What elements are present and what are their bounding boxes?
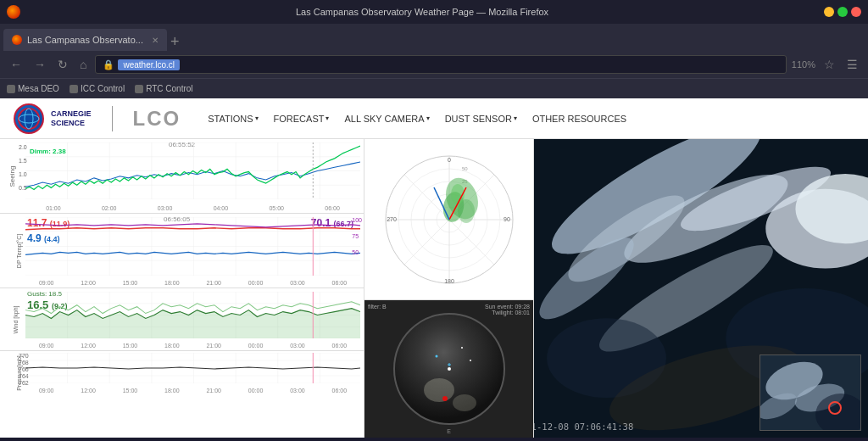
svg-text:180: 180 <box>444 278 454 284</box>
carnegie-logo <box>14 103 44 134</box>
sky-sphere-svg <box>390 310 509 428</box>
wind-rose-container: 0 90 180 270 50 25 <box>364 139 533 300</box>
temp-svg <box>25 217 360 276</box>
browser-title: Las Campanas Observatory Weather Page — … <box>20 7 824 17</box>
ssl-lock-icon: 🔒 <box>103 59 114 70</box>
title-bar: Las Campanas Observatory Weather Page — … <box>0 0 868 24</box>
forward-button[interactable]: → <box>31 56 49 73</box>
bookmark-icc-control[interactable]: ICC Control <box>70 84 125 93</box>
address-bar[interactable]: 🔒 weather.lco.cl <box>95 55 786 74</box>
svg-point-82 <box>435 355 437 358</box>
carnegie-text: CARNEGIE SCIENCE <box>51 109 92 128</box>
tab-title: Las Campanas Observato... <box>27 35 143 45</box>
bookmark-rtc-control[interactable]: RTC Control <box>135 84 192 93</box>
new-tab-button[interactable]: + <box>167 33 180 51</box>
wind-svg <box>25 292 360 338</box>
filter-label: filter: B <box>368 304 387 310</box>
svg-text:0: 0 <box>448 157 451 163</box>
home-button[interactable]: ⌂ <box>76 56 90 73</box>
svg-point-79 <box>424 378 454 402</box>
zoom-level: 110% <box>792 59 815 70</box>
middle-panel: 0 90 180 270 50 25 <box>364 139 534 438</box>
browser-chrome: Las Campanas Observatory Weather Page — … <box>0 0 868 98</box>
seeing-x-axis: 01:0002:0003:0004:0005:0006:00 <box>25 205 360 211</box>
temp-x-axis: 09:0012:0015:0018:0021:0000:0003:0006:00 <box>25 280 360 286</box>
nav-stations[interactable]: STATIONS ▾ <box>201 110 264 127</box>
wind-x-axis: 09:0012:0015:0018:0021:0000:0003:0006:00 <box>25 343 360 349</box>
nav-forecast[interactable]: FORECAST ▾ <box>267 110 337 127</box>
bookmark-mesa-deo[interactable]: Mesa DEO <box>7 84 59 93</box>
svg-point-83 <box>461 347 463 349</box>
seeing-svg <box>25 142 360 199</box>
wind-chart: Wind [kph] Gusts: 18.5 16.5 (9.2) <box>0 288 364 351</box>
bm-label-2: ICC Control <box>81 84 125 93</box>
wind-rose-svg: 0 90 180 270 50 25 <box>381 152 517 287</box>
svg-point-84 <box>470 360 471 361</box>
logo-area: CARNEGIE SCIENCE <box>14 103 92 134</box>
svg-text:50: 50 <box>462 166 468 171</box>
twilight-label: Sun event: 09:28 Twilight: 08:01 <box>485 304 530 315</box>
active-tab[interactable]: Las Campanas Observato... ✕ <box>3 29 167 51</box>
humidity-y-axis: 100 75 50 <box>352 217 362 255</box>
charts-panel: Seeing 2.0 1.5 1.0 0.5 06:55:52 Dimm: 2.… <box>0 139 364 438</box>
all-sky-container: filter: B Sun event: 09:28 Twilight: 08:… <box>364 300 533 438</box>
firefox-icon <box>7 5 20 19</box>
tab-favicon <box>12 35 22 45</box>
maximize-button[interactable] <box>837 7 848 17</box>
bm-label-3: RTC Control <box>146 84 192 93</box>
svg-text:90: 90 <box>504 216 510 222</box>
bm-favicon-2 <box>70 85 78 93</box>
svg-point-0 <box>19 109 39 129</box>
bm-label-1: Mesa DEO <box>18 84 59 93</box>
nav-allsky-camera[interactable]: ALL SKY CAMERA ▾ <box>337 110 436 127</box>
bookmark-bar: Mesa DEO ICC Control RTC Control <box>0 78 868 98</box>
lco-title: LCO <box>133 107 181 131</box>
back-button[interactable]: ← <box>7 56 25 73</box>
minimize-button[interactable] <box>824 7 834 17</box>
satellite-inset-image <box>760 354 861 431</box>
nav-other-resources[interactable]: OTHER RESOURCES <box>526 110 633 127</box>
pressure-chart: Pressure[mb] 770 768 766 764 762 <box>0 351 364 395</box>
top-nav: CARNEGIE SCIENCE LCO STATIONS ▾ FORECAST… <box>0 98 868 139</box>
svg-point-81 <box>448 367 451 371</box>
seeing-chart: Seeing 2.0 1.5 1.0 0.5 06:55:52 Dimm: 2.… <box>0 139 364 214</box>
sat-inset-svg <box>760 355 861 431</box>
svg-point-85 <box>442 396 448 401</box>
tab-close-button[interactable]: ✕ <box>152 36 159 45</box>
title-bar-left <box>7 5 20 19</box>
page-content: CARNEGIE SCIENCE LCO STATIONS ▾ FORECAST… <box>0 98 868 438</box>
pressure-svg <box>25 353 360 383</box>
twilight-text: Twilight: 08:01 <box>485 310 530 315</box>
menu-button[interactable]: ☰ <box>843 56 861 73</box>
carnegie-line2: SCIENCE <box>51 119 92 128</box>
main-nav: STATIONS ▾ FORECAST ▾ ALL SKY CAMERA ▾ D… <box>201 110 633 127</box>
pressure-x-axis: 09:0012:0015:0018:0021:0000:0003:0006:00 <box>25 388 360 394</box>
east-label: E <box>447 428 451 434</box>
svg-point-80 <box>453 394 476 411</box>
temp-y-label: DP Temp[°C] <box>16 233 22 267</box>
bm-favicon-1 <box>7 85 15 93</box>
tab-bar: Las Campanas Observato... ✕ + <box>0 24 868 51</box>
svg-text:2021-12-08 07:06:41:38: 2021-12-08 07:06:41:38 <box>534 421 633 432</box>
window-controls[interactable] <box>824 7 861 17</box>
satellite-main-image: 2021-12-08 07:06:41:38 221209T0638 <box>534 139 868 438</box>
nav-bar: ← → ↻ ⌂ 🔒 weather.lco.cl 110% ☆ ☰ <box>0 51 868 78</box>
satellite-panel: 2021-12-08 07:06:41:38 221209T0638 <box>534 139 868 438</box>
wind-y-label: Wind [kph] <box>13 305 19 333</box>
close-button[interactable] <box>851 7 861 17</box>
nav-dust-sensor[interactable]: DUST SENSOR ▾ <box>438 110 524 127</box>
logo-divider <box>112 106 113 131</box>
seeing-y-label: Seeing <box>8 165 16 187</box>
reload-button[interactable]: ↻ <box>54 56 71 73</box>
bm-favicon-3 <box>135 85 143 93</box>
carnegie-line1: CARNEGIE <box>51 109 92 119</box>
svg-text:270: 270 <box>387 216 397 222</box>
address-text: weather.lco.cl <box>118 59 180 70</box>
bookmark-button[interactable]: ☆ <box>821 56 838 73</box>
dashboard: Seeing 2.0 1.5 1.0 0.5 06:55:52 Dimm: 2.… <box>0 139 868 438</box>
temp-chart: DP Temp[°C] 11.7 (11.9) 70.1 (66.7) 4.9 … <box>0 214 364 288</box>
sun-event-text: Sun event: 09:28 <box>485 304 530 310</box>
